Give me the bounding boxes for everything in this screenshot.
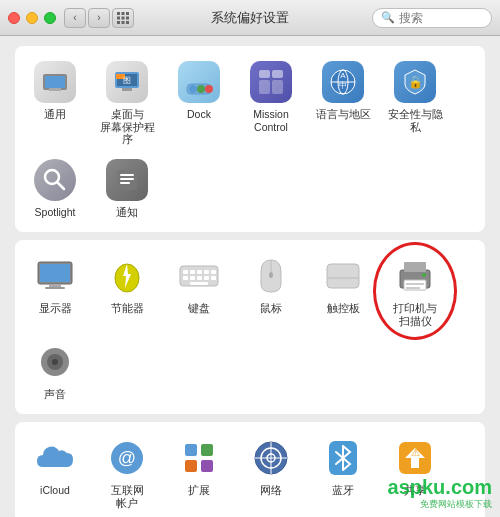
svg-rect-23 xyxy=(259,80,270,94)
svg-rect-4 xyxy=(122,16,125,19)
svg-rect-45 xyxy=(190,270,195,274)
svg-rect-5 xyxy=(126,16,129,19)
icon-item-desktop[interactable]: 图 桌面与屏幕保护程序 xyxy=(91,54,163,152)
dock-label: Dock xyxy=(187,108,211,121)
svg-rect-57 xyxy=(327,264,359,288)
forward-button[interactable]: › xyxy=(88,8,110,28)
printer-label: 打印机与扫描仪 xyxy=(393,302,437,327)
svg-rect-34 xyxy=(120,174,134,176)
spotlight-label: Spotlight xyxy=(35,206,76,219)
svg-rect-72 xyxy=(185,460,197,472)
keyboard-label: 键盘 xyxy=(188,302,210,315)
svg-rect-53 xyxy=(211,276,216,280)
svg-rect-39 xyxy=(49,284,61,287)
window-title: 系统偏好设置 xyxy=(211,9,289,27)
svg-rect-40 xyxy=(45,287,65,289)
icon-item-keyboard[interactable]: 键盘 xyxy=(163,248,235,321)
svg-point-67 xyxy=(52,359,58,365)
traffic-lights xyxy=(8,12,56,24)
svg-point-18 xyxy=(189,85,197,93)
icon-item-mission[interactable]: MissionControl xyxy=(235,54,307,139)
svg-rect-10 xyxy=(45,76,65,88)
icon-item-trackpad[interactable]: 触控板 xyxy=(307,248,379,321)
notify-label: 通知 xyxy=(116,206,138,219)
icon-item-network[interactable]: 网络 xyxy=(235,430,307,503)
trackpad-icon xyxy=(321,254,365,298)
svg-rect-51 xyxy=(197,276,202,280)
icon-item-energy[interactable]: 节能器 xyxy=(91,248,163,321)
energy-label: 节能器 xyxy=(111,302,144,315)
svg-line-32 xyxy=(57,182,64,189)
icon-item-extensions[interactable]: 扩展 xyxy=(163,430,235,503)
mission-label: MissionControl xyxy=(253,108,289,133)
svg-rect-60 xyxy=(404,262,426,272)
icon-item-security[interactable]: 🔒 安全性与隐私 xyxy=(379,54,451,139)
svg-rect-8 xyxy=(126,21,129,24)
svg-rect-62 xyxy=(406,283,424,285)
icon-item-dock[interactable]: Dock xyxy=(163,54,235,127)
sound-label: 声音 xyxy=(44,388,66,401)
content-area: 通用 图 xyxy=(0,36,500,517)
svg-rect-11 xyxy=(49,88,61,91)
search-box[interactable]: 🔍 xyxy=(372,8,492,28)
mouse-icon xyxy=(249,254,293,298)
icon-item-sound[interactable]: 声音 xyxy=(19,334,91,407)
icon-item-printer[interactable]: 打印机与扫描仪 xyxy=(379,248,451,333)
icon-item-mouse[interactable]: 鼠标 xyxy=(235,248,307,321)
section-personal: 通用 图 xyxy=(15,46,485,232)
svg-rect-63 xyxy=(406,287,420,289)
icon-item-general[interactable]: 通用 xyxy=(19,54,91,127)
icon-item-bluetooth[interactable]: 蓝牙 xyxy=(307,430,379,503)
section-hardware: 显示器 节能器 xyxy=(15,240,485,414)
icon-item-display[interactable]: 显示器 xyxy=(19,248,91,321)
back-button[interactable]: ‹ xyxy=(64,8,86,28)
svg-text:A: A xyxy=(340,71,346,80)
icon-item-icloud[interactable]: iCloud xyxy=(19,430,91,503)
section-internet: iCloud @ 互联网帐户 xyxy=(15,422,485,517)
internet-label: 互联网帐户 xyxy=(111,484,144,509)
icon-item-sharing[interactable]: ⚠ 共享 xyxy=(379,430,451,503)
svg-point-19 xyxy=(197,85,205,93)
svg-rect-46 xyxy=(197,270,202,274)
icon-item-notify[interactable]: 通知 xyxy=(91,152,163,225)
svg-rect-52 xyxy=(204,276,209,280)
sound-icon xyxy=(33,340,77,384)
dock-icon xyxy=(177,60,221,104)
search-input[interactable] xyxy=(399,11,479,25)
svg-rect-35 xyxy=(120,178,134,180)
svg-rect-47 xyxy=(204,270,209,274)
svg-rect-7 xyxy=(122,21,125,24)
extensions-label: 扩展 xyxy=(188,484,210,497)
icon-item-internet[interactable]: @ 互联网帐户 xyxy=(91,430,163,515)
printer-icon xyxy=(393,254,437,298)
bluetooth-label: 蓝牙 xyxy=(332,484,354,497)
maximize-button[interactable] xyxy=(44,12,56,24)
icloud-icon xyxy=(33,436,77,480)
network-icon xyxy=(249,436,293,480)
keyboard-icon xyxy=(177,254,221,298)
language-label: 语言与地区 xyxy=(316,108,371,121)
mission-icon xyxy=(249,60,293,104)
icon-item-language[interactable]: A 中 语言与地区 xyxy=(307,54,379,127)
svg-rect-3 xyxy=(117,16,120,19)
svg-rect-0 xyxy=(117,12,120,15)
close-button[interactable] xyxy=(8,12,20,24)
svg-point-56 xyxy=(269,272,273,278)
internet-icon: @ xyxy=(105,436,149,480)
svg-rect-36 xyxy=(120,182,130,184)
general-label: 通用 xyxy=(44,108,66,121)
bluetooth-icon xyxy=(321,436,365,480)
svg-text:🔒: 🔒 xyxy=(408,74,423,89)
svg-rect-22 xyxy=(272,70,283,78)
svg-rect-71 xyxy=(201,444,213,456)
icloud-label: iCloud xyxy=(40,484,70,497)
minimize-button[interactable] xyxy=(26,12,38,24)
icon-item-spotlight[interactable]: Spotlight xyxy=(19,152,91,225)
content-wrapper: 通用 图 xyxy=(15,46,485,517)
grid-button[interactable] xyxy=(112,8,134,28)
svg-rect-21 xyxy=(259,70,270,78)
mouse-label: 鼠标 xyxy=(260,302,282,315)
display-label: 显示器 xyxy=(39,302,72,315)
section1-grid: 通用 图 xyxy=(19,54,481,224)
titlebar: ‹ › 系统偏好设置 🔍 xyxy=(0,0,500,36)
